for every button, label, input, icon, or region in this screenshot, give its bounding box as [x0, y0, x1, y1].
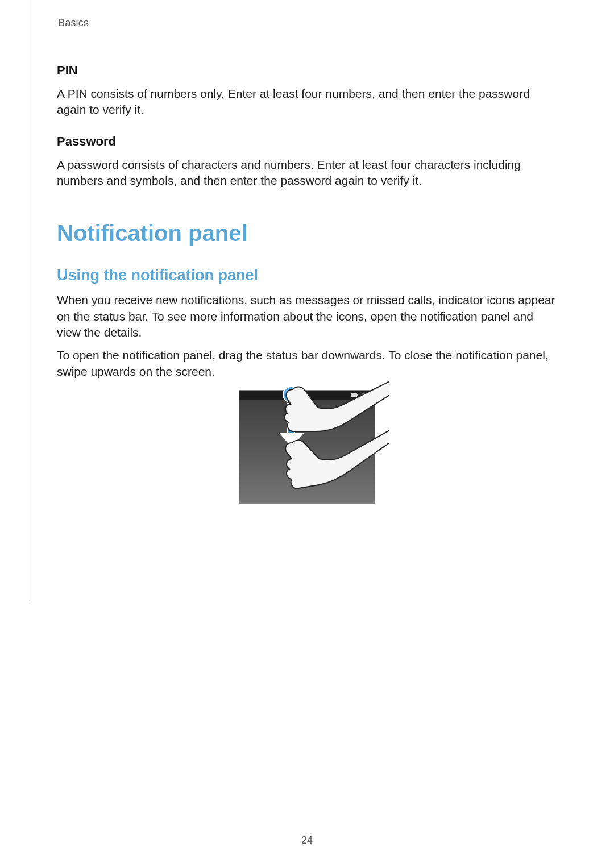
password-heading: Password	[57, 134, 557, 149]
chapter-label: Basics	[58, 17, 557, 29]
pin-body: A PIN consists of numbers only. Enter at…	[57, 86, 557, 118]
section-title: Notification panel	[57, 221, 557, 246]
manual-page: Basics PIN A PIN consists of numbers onl…	[0, 0, 614, 868]
margin-rule	[30, 0, 30, 603]
subsection-title: Using the notification panel	[57, 267, 557, 284]
paragraph-2: To open the notification panel, drag the…	[57, 347, 557, 380]
figure-container: 10:00	[57, 390, 557, 504]
hand-bottom-icon	[281, 430, 389, 504]
paragraph-1: When you receive new notifications, such…	[57, 292, 557, 340]
page-number: 24	[0, 834, 614, 846]
password-body: A password consists of characters and nu…	[57, 157, 557, 189]
pin-heading: PIN	[57, 63, 557, 78]
device-illustration: 10:00	[239, 390, 375, 504]
